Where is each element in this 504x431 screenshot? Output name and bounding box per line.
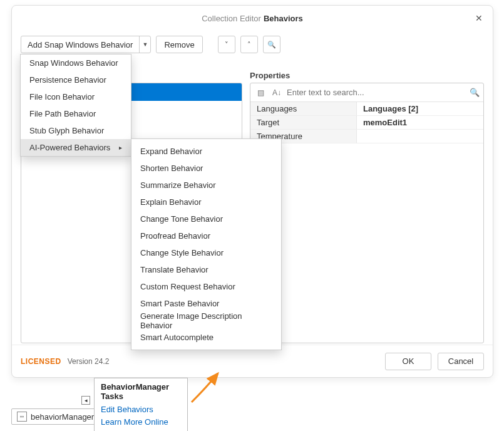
property-search-row: ▤ A↓ 🔍 [250, 83, 483, 102]
property-grid-body: Languages Languages [2] Target memoEdit1… [250, 102, 483, 143]
property-row[interactable]: Target memoEdit1 [250, 116, 483, 130]
title-bar: Collection Editor Behaviors ✕ [12, 6, 493, 31]
menu-item-shorten[interactable]: Shorten Behavior [131, 160, 281, 177]
menu-item-summarize[interactable]: Summarize Behavior [131, 177, 281, 194]
menu-item-expand[interactable]: Expand Behavior [131, 143, 281, 160]
menu-item-explain[interactable]: Explain Behavior [131, 194, 281, 210]
smart-tag-glyph[interactable]: ◂ [81, 396, 90, 405]
property-row[interactable]: Languages Languages [2] [250, 102, 483, 116]
move-down-button[interactable]: ˅ [218, 36, 235, 53]
menu-item-smart-paste[interactable]: Smart Paste Behavior [131, 295, 281, 312]
component-icon: ▫▫ [17, 412, 27, 422]
edit-behaviors-link[interactable]: Edit Behaviors [101, 403, 181, 416]
add-behavior-split-button[interactable]: Add Snap Windows Behavior ▼ [21, 36, 151, 53]
property-name: Languages [250, 102, 357, 115]
property-row[interactable]: Temperature [250, 130, 483, 143]
property-search-input[interactable] [287, 88, 466, 97]
title-main: Behaviors [264, 14, 303, 23]
move-up-button[interactable]: ˄ [240, 36, 258, 53]
learn-more-link[interactable]: Learn More Online [101, 416, 181, 428]
menu-item-change-style[interactable]: Change Style Behavior [131, 244, 281, 261]
search-icon: 🔍 [267, 41, 276, 49]
add-behavior-button[interactable]: Add Snap Windows Behavior [21, 36, 139, 53]
menu-item-proofread[interactable]: Proofread Behavior [131, 227, 281, 244]
properties-label: Properties [250, 71, 484, 80]
menu-item-translate[interactable]: Translate Behavior [131, 261, 281, 278]
menu-item-stub-glyph[interactable]: Stub Glyph Behavior [21, 122, 131, 139]
component-tray-item[interactable]: ▫▫ behaviorManager1 [11, 408, 104, 425]
ai-behaviors-submenu: Expand Behavior Shorten Behavior Summari… [131, 138, 282, 350]
menu-item-generate-image-description[interactable]: Generate Image Description Behavior [131, 312, 281, 329]
chevron-up-icon: ˄ [247, 41, 251, 49]
alphabetical-icon[interactable]: A↓ [270, 88, 283, 97]
smart-tag-flyout: BehaviorManager Tasks Edit Behaviors Lea… [94, 378, 188, 431]
component-name: behaviorManager1 [31, 412, 98, 422]
menu-item-ai-powered[interactable]: AI-Powered Behaviors ▸ [21, 139, 131, 156]
version-label: Version 24.2 [68, 357, 110, 366]
search-icon[interactable]: 🔍 [470, 88, 480, 97]
menu-item-file-path[interactable]: File Path Behavior [21, 105, 131, 122]
property-name: Target [250, 116, 357, 129]
add-behavior-caret[interactable]: ▼ [139, 36, 150, 53]
menu-item-custom-request[interactable]: Custom Request Behavior [131, 278, 281, 295]
remove-button[interactable]: Remove [156, 36, 202, 53]
categorized-icon[interactable]: ▤ [254, 88, 267, 97]
ok-button[interactable]: OK [385, 353, 431, 370]
menu-item-smart-autocomplete[interactable]: Smart Autocomplete [131, 329, 281, 346]
search-button[interactable]: 🔍 [263, 36, 280, 53]
flyout-title: BehaviorManager Tasks [101, 382, 181, 401]
chevron-down-icon: ˅ [225, 41, 229, 49]
close-icon: ✕ [475, 13, 483, 23]
property-value[interactable]: Languages [2] [357, 104, 483, 113]
menu-item-snap-windows[interactable]: Snap Windows Behavior [21, 55, 131, 71]
add-behavior-menu: Snap Windows Behavior Persistence Behavi… [20, 54, 131, 157]
menu-item-file-icon[interactable]: File Icon Behavior [21, 88, 131, 105]
property-grid: ▤ A↓ 🔍 Languages Languages [2] Target me… [250, 83, 484, 343]
cancel-button[interactable]: Cancel [438, 353, 484, 370]
chevron-right-icon: ▸ [119, 144, 122, 151]
title-prefix: Collection Editor [202, 14, 261, 23]
license-badge: LICENSED [21, 357, 61, 366]
menu-item-change-tone[interactable]: Change Tone Behavior [131, 210, 281, 227]
chevron-down-icon: ▼ [142, 41, 148, 48]
menu-item-persistence[interactable]: Persistence Behavior [21, 71, 131, 88]
property-value[interactable]: memoEdit1 [357, 118, 483, 127]
close-button[interactable]: ✕ [471, 11, 486, 26]
